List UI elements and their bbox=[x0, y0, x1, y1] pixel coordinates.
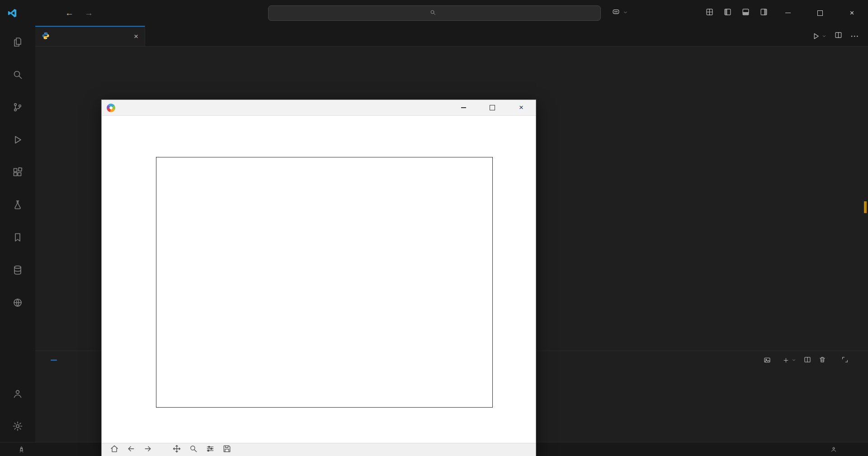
code-lines bbox=[35, 62, 868, 62]
tab-problems[interactable] bbox=[47, 360, 57, 361]
figure-maximize-button[interactable] bbox=[478, 100, 507, 115]
breadcrumb bbox=[35, 47, 868, 62]
forward-button[interactable] bbox=[143, 444, 152, 455]
forward-arrow-icon[interactable]: → bbox=[85, 8, 93, 18]
toggle-sidebar-icon[interactable] bbox=[724, 8, 731, 18]
activity-globe-icon[interactable] bbox=[0, 286, 35, 319]
figure-window-controls: × bbox=[449, 100, 536, 115]
status-left bbox=[5, 446, 32, 453]
figure-canvas bbox=[102, 116, 536, 456]
history-nav: ← → bbox=[65, 8, 93, 18]
minimize-button[interactable] bbox=[772, 0, 804, 26]
activity-bookmarks-icon[interactable] bbox=[0, 221, 35, 254]
title-bar: ← → bbox=[0, 0, 868, 26]
python-file-icon bbox=[42, 32, 50, 41]
window-controls: × bbox=[772, 0, 868, 26]
figure-close-button[interactable]: × bbox=[507, 100, 536, 115]
split-editor-icon[interactable] bbox=[835, 31, 842, 41]
trash-icon[interactable] bbox=[819, 356, 826, 365]
run-button[interactable] bbox=[812, 32, 826, 40]
tab-sales-analysis[interactable]: × bbox=[35, 26, 145, 46]
terminal-profile-button[interactable] bbox=[764, 356, 775, 364]
account-status[interactable] bbox=[827, 446, 844, 452]
tab-close-icon[interactable]: × bbox=[134, 32, 138, 41]
activity-search-icon[interactable] bbox=[0, 58, 35, 91]
status-right bbox=[784, 446, 863, 452]
activity-account-icon[interactable] bbox=[0, 377, 35, 410]
editor-actions: ⋯ bbox=[812, 26, 868, 46]
editor-tab-bar: × ⋯ bbox=[35, 26, 868, 47]
plot-area bbox=[156, 157, 493, 408]
figure-titlebar[interactable]: × bbox=[102, 100, 536, 116]
back-button[interactable] bbox=[127, 444, 136, 455]
activity-explorer-icon[interactable] bbox=[0, 26, 35, 58]
search-icon bbox=[429, 9, 436, 17]
close-button[interactable]: × bbox=[836, 0, 868, 26]
split-panel-icon[interactable] bbox=[804, 356, 811, 365]
layout-controls bbox=[706, 0, 768, 26]
toggle-secondary-sidebar-icon[interactable] bbox=[760, 8, 768, 18]
vscode-window: ← → bbox=[0, 0, 868, 456]
command-center-search[interactable] bbox=[268, 5, 601, 21]
launchpad-status[interactable] bbox=[14, 446, 32, 453]
figure-minimize-button[interactable] bbox=[449, 100, 478, 115]
figure-toolbar bbox=[102, 443, 536, 456]
layout-grid-icon[interactable] bbox=[706, 8, 713, 18]
activity-run-debug-icon[interactable] bbox=[0, 124, 35, 156]
toggle-panel-icon[interactable] bbox=[742, 8, 750, 18]
subplots-button[interactable] bbox=[206, 444, 215, 455]
vscode-logo-icon bbox=[7, 8, 17, 18]
maximize-panel-icon[interactable] bbox=[841, 356, 849, 365]
matplotlib-icon bbox=[107, 104, 115, 112]
chevron-down-icon bbox=[623, 9, 628, 17]
maximize-button[interactable] bbox=[804, 0, 836, 26]
activity-testing-icon[interactable] bbox=[0, 189, 35, 221]
figure-window[interactable]: × bbox=[101, 100, 536, 456]
zoom-button[interactable] bbox=[189, 444, 198, 455]
problems-count-badge bbox=[51, 360, 57, 361]
more-actions-icon[interactable]: ⋯ bbox=[850, 31, 859, 41]
new-terminal-button[interactable] bbox=[783, 357, 796, 364]
pan-button[interactable] bbox=[172, 444, 181, 455]
activity-settings-icon[interactable] bbox=[0, 410, 35, 442]
back-arrow-icon[interactable]: ← bbox=[65, 8, 74, 18]
copilot-icon bbox=[612, 7, 620, 18]
overview-ruler-warning-marker bbox=[864, 201, 867, 213]
activity-bar bbox=[0, 26, 35, 442]
copilot-menu[interactable] bbox=[612, 7, 628, 18]
save-button[interactable] bbox=[222, 444, 231, 455]
minimap[interactable] bbox=[782, 62, 855, 95]
activity-database-icon[interactable] bbox=[0, 254, 35, 286]
menu-more[interactable] bbox=[23, 11, 33, 15]
activity-source-control-icon[interactable] bbox=[0, 91, 35, 124]
panel-actions bbox=[764, 356, 856, 365]
home-button[interactable] bbox=[110, 444, 119, 455]
activity-extensions-icon[interactable] bbox=[0, 156, 35, 189]
